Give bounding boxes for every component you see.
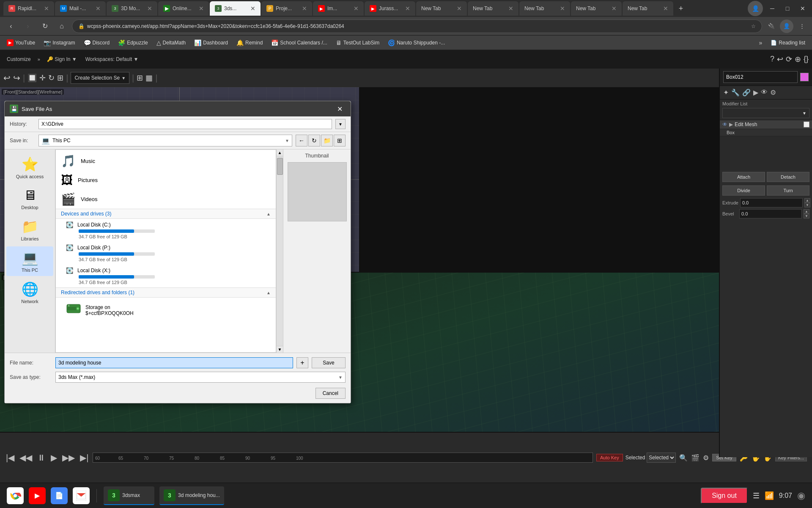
file-music[interactable]: 🎵 Music xyxy=(56,152,276,171)
bm-remind[interactable]: 🔔 Remind xyxy=(233,38,266,48)
rp-modify-icon[interactable]: 🔧 xyxy=(731,88,740,97)
tab-close-mail[interactable]: ✕ xyxy=(96,5,101,12)
object-color-swatch[interactable] xyxy=(800,73,809,81)
bevel-input[interactable]: 0.0 xyxy=(739,209,802,218)
taskbar-chrome-icon[interactable] xyxy=(7,487,24,504)
scroll-thumb[interactable] xyxy=(277,158,283,175)
extrude-input[interactable]: 0.0 xyxy=(740,198,803,207)
edit-mesh-checkbox[interactable] xyxy=(804,121,809,127)
attach-btn[interactable]: Attach xyxy=(722,172,765,182)
tab-new4[interactable]: New Tab ✕ xyxy=(571,1,622,16)
save-btn[interactable]: Save xyxy=(312,357,346,368)
taskbar-gmail-icon[interactable] xyxy=(73,487,90,504)
sidebar-this-pc[interactable]: 💻 This PC xyxy=(6,246,53,276)
new-tab-btn[interactable]: + xyxy=(674,2,688,15)
timeline-icon1[interactable]: 🎬 xyxy=(691,454,700,462)
selected-select[interactable]: Selected xyxy=(647,453,676,463)
rp-hierarchy-icon[interactable]: 🔗 xyxy=(742,88,751,97)
timeline-prev-btn[interactable]: ◀◀ xyxy=(19,452,33,464)
bm-discord[interactable]: 💬 Discord xyxy=(80,38,113,48)
tab-3ds[interactable]: 3 3ds... ✕ xyxy=(210,1,261,16)
bm-instagram[interactable]: 📷 Instagram xyxy=(40,38,78,48)
tab-close-rapidl[interactable]: ✕ xyxy=(44,5,49,12)
max-customize-btn[interactable]: Customize xyxy=(3,55,34,63)
bm-testout[interactable]: 🖥 TestOut LabSim xyxy=(332,38,383,48)
timeline-start-btn[interactable]: |◀ xyxy=(5,452,15,464)
bevel-spin-up[interactable]: ▲ xyxy=(804,209,809,214)
max-tool4-icon[interactable]: {} xyxy=(804,55,809,64)
taskbar-3dsmax-app[interactable]: 3 3dsmax xyxy=(104,486,154,505)
extensions-icon[interactable]: 🔌 xyxy=(765,20,777,32)
scroll-up-btn[interactable]: ▲ xyxy=(277,149,283,156)
taskbar-yt-icon[interactable]: ▶ xyxy=(29,487,46,504)
tab-close-jurass[interactable]: ✕ xyxy=(405,5,410,12)
max-create-sel-btn[interactable]: Create Selection Se ▼ xyxy=(71,72,129,84)
taskbar-docs-icon[interactable]: 📄 xyxy=(51,487,68,504)
edit-mesh-row[interactable]: 👁 ▶ Edit Mesh xyxy=(720,120,812,129)
back-btn[interactable]: ‹ xyxy=(4,19,18,33)
timeline-icon2[interactable]: ⚙ xyxy=(703,454,709,462)
drive-c[interactable]: 💽 Local Disk (C:) 34.7 GB free of 129 GB xyxy=(56,219,276,242)
tab-new1[interactable]: New Tab ✕ xyxy=(416,1,467,16)
browser-close-btn[interactable]: ✕ xyxy=(797,3,809,14)
edit-mesh-arrow[interactable]: ▶ xyxy=(729,121,733,127)
dialog-close-btn[interactable]: ✕ xyxy=(334,103,346,115)
bevel-spinner[interactable]: ▲ ▼ xyxy=(804,209,809,218)
savein-newfolder-btn[interactable]: 📁 xyxy=(321,135,333,146)
tab-close-3dmo[interactable]: ✕ xyxy=(147,5,152,12)
redirected-section-header[interactable]: Redirected drives and folders (1) ▲ xyxy=(56,287,276,298)
bm-youtube[interactable]: ▶ YouTube xyxy=(3,38,38,48)
cancel-btn[interactable]: Cancel xyxy=(315,388,346,399)
detach-btn[interactable]: Detach xyxy=(767,172,809,182)
drive-p[interactable]: 💽 Local Disk (P:) 34.7 GB free of 129 GB xyxy=(56,242,276,265)
filename-plus-btn[interactable]: + xyxy=(296,357,308,368)
tab-3dmo[interactable]: 3 3D Mo... ✕ xyxy=(107,1,157,16)
max-workspaces-btn[interactable]: Workspaces: Default ▼ xyxy=(82,55,142,63)
max-signin-btn[interactable]: 🔑 Sign In ▼ xyxy=(44,55,80,63)
autokey-btn[interactable]: Auto Key xyxy=(596,454,623,461)
sidebar-libraries[interactable]: 📁 Libraries xyxy=(6,215,53,245)
box-sub-item[interactable]: Box xyxy=(720,129,812,136)
menu-btn[interactable]: ⋮ xyxy=(796,20,808,32)
filename-input[interactable] xyxy=(55,357,293,368)
tab-mail[interactable]: M Mail -... ✕ xyxy=(55,1,106,16)
bm-edpuzzle[interactable]: 🧩 Edpuzzle xyxy=(115,38,151,48)
file-videos[interactable]: 🎬 Videos xyxy=(56,190,276,209)
forward-btn[interactable]: › xyxy=(21,19,35,33)
max-tool2-icon[interactable]: ⟳ xyxy=(786,55,792,64)
extrude-spin-up[interactable]: ▲ xyxy=(804,198,810,203)
object-name-input[interactable]: Box012 xyxy=(723,71,798,83)
tab-close-new4[interactable]: ✕ xyxy=(612,5,617,12)
bm-deltamath[interactable]: △ DeltaMath xyxy=(153,38,189,48)
tab-close-online[interactable]: ✕ xyxy=(199,5,204,12)
tab-online[interactable]: ▶ Online... ✕ xyxy=(158,1,209,16)
file-pictures[interactable]: 🖼 Pictures xyxy=(56,171,276,190)
max-tool3-icon[interactable]: ⊕ xyxy=(795,55,801,64)
filelist-scrollbar[interactable]: ▲ ▼ xyxy=(276,149,283,353)
url-box[interactable]: 🔒 wcpss-phoenix.cameyo.net/app.html?appN… xyxy=(72,19,762,33)
taskbar-wifi-icon[interactable]: 📶 xyxy=(765,491,774,500)
sidebar-desktop[interactable]: 🖥 Desktop xyxy=(6,184,53,213)
reading-list-btn[interactable]: 📄 Reading list xyxy=(767,38,809,47)
minimize-btn[interactable]: ─ xyxy=(766,3,778,14)
tab-close-new1[interactable]: ✕ xyxy=(457,5,462,12)
max-layout-icon1[interactable]: ⊞ xyxy=(137,73,143,83)
bm-school-cal[interactable]: 📅 School Calendars /... xyxy=(268,38,330,48)
savein-back-btn[interactable]: ← xyxy=(296,135,307,146)
max-scale-icon[interactable]: ⊞ xyxy=(57,73,63,83)
tab-close-3ds[interactable]: ✕ xyxy=(250,5,255,12)
edit-mesh-eye[interactable]: 👁 xyxy=(722,121,727,127)
sign-out-btn[interactable]: Sign out xyxy=(701,488,748,504)
search-timeline-icon[interactable]: 🔍 xyxy=(679,454,688,462)
taskbar-menu-icon[interactable]: ☰ xyxy=(753,491,760,500)
extrude-spinner[interactable]: ▲ ▼ xyxy=(804,198,810,207)
savein-combo[interactable]: 💻 This PC ▼ xyxy=(38,135,292,146)
tab-close-new2[interactable]: ✕ xyxy=(508,5,513,12)
devices-section-header[interactable]: Devices and drives (3) ▲ xyxy=(56,209,276,219)
profile-btn[interactable]: 👤 xyxy=(780,19,793,33)
timeline-fwd-btn[interactable]: ▶▶ xyxy=(61,452,76,464)
bm-dashboard[interactable]: 📊 Dashboard xyxy=(191,38,231,48)
rp-create-icon[interactable]: ✦ xyxy=(723,88,729,97)
tab-new2[interactable]: New Tab ✕ xyxy=(468,1,518,16)
modifier-list-select[interactable]: ▼ xyxy=(722,108,809,118)
